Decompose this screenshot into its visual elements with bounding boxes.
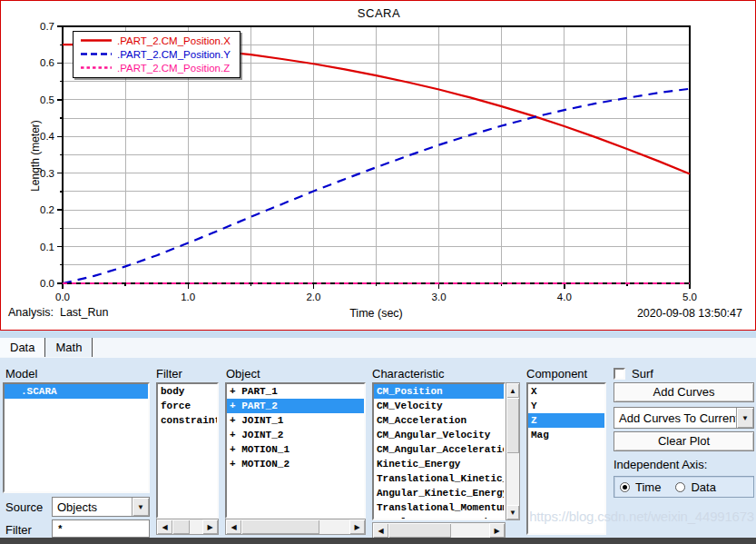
list-item[interactable]: Angular_Momentum_About_CM (374, 515, 504, 520)
filter-column-label: Filter (156, 367, 182, 381)
list-item[interactable]: .SCARA (5, 384, 148, 399)
scrollbar-thumb[interactable] (241, 519, 319, 534)
chevron-down-icon[interactable]: ▼ (132, 498, 149, 516)
list-item[interactable]: + JOINT_2 (227, 428, 364, 442)
surf-label: Surf (632, 367, 653, 381)
list-item[interactable]: constraint (158, 413, 217, 428)
legend-label: .PART_2.CM_Position.X (117, 35, 231, 46)
plot-timestamp: 2020-09-08 13:50:47 (637, 307, 742, 320)
scrollbar-thumb[interactable] (506, 398, 519, 453)
legend-line-icon (81, 64, 112, 71)
list-item[interactable]: CM_Position (374, 384, 504, 399)
scroll-up-icon[interactable]: ▲ (506, 383, 519, 398)
add-curves-to-current-dropdown[interactable]: Add Curves To Current ▼ (614, 407, 754, 429)
filter-list: bodyforceconstraint (156, 382, 219, 519)
list-item[interactable]: + JOINT_1 (227, 413, 364, 428)
list-item[interactable]: body (158, 384, 217, 399)
filter-input[interactable] (52, 519, 150, 538)
legend-label: .PART_2.CM_Position.Z (117, 63, 230, 74)
filter-list-hscrollbar[interactable]: ◀ ▶ (156, 519, 219, 535)
object-label: Object (226, 367, 260, 381)
radio-icon (675, 482, 685, 492)
scroll-left-icon[interactable]: ◀ (373, 523, 388, 538)
characteristic-list: CM_PositionCM_VelocityCM_AccelerationCM_… (372, 382, 506, 520)
svg-text:0.6: 0.6 (40, 57, 54, 68)
svg-text:4.0: 4.0 (557, 292, 572, 302)
watermark: https://blog.csdn.net/weixin_44991673 (529, 509, 754, 524)
independent-axis-label: Independent Axis: (614, 458, 707, 471)
scrollbar-track[interactable] (241, 519, 349, 534)
model-list: .SCARA (3, 382, 150, 493)
list-item[interactable]: CM_Velocity (374, 399, 504, 413)
chart-legend: .PART_2.CM_Position.X.PART_2.CM_Position… (73, 31, 241, 78)
svg-text:5.0: 5.0 (682, 292, 697, 302)
scrollbar-thumb[interactable] (388, 523, 451, 538)
tab-data[interactable]: Data (0, 338, 45, 357)
dropdown-value: Add Curves To Current (619, 408, 739, 428)
independent-axis-radio-group: TimeData (614, 476, 754, 498)
list-item[interactable]: Z (528, 413, 604, 428)
scroll-down-icon[interactable]: ▼ (506, 505, 519, 519)
legend-line-icon (81, 51, 112, 57)
scroll-right-icon[interactable]: ▶ (349, 519, 365, 534)
list-item[interactable]: + MOTION_1 (227, 442, 364, 457)
scroll-right-icon[interactable]: ▶ (202, 519, 218, 534)
list-item[interactable]: + MOTION_2 (227, 457, 364, 471)
surf-checkbox-row: Surf (614, 367, 653, 381)
scroll-left-icon[interactable]: ◀ (157, 519, 172, 534)
svg-text:0.0: 0.0 (40, 278, 54, 289)
source-dropdown[interactable]: Objects ▼ (52, 497, 150, 517)
list-item[interactable]: Angular_Kinetic_Energy (374, 486, 504, 500)
panel-divider-strip (0, 331, 756, 338)
list-item[interactable]: + PART_1 (227, 384, 364, 399)
scroll-right-icon[interactable]: ▶ (489, 523, 505, 538)
scrollbar-thumb[interactable] (172, 519, 190, 534)
plot-window: 0.01.02.03.04.05.00.00.10.20.30.40.50.60… (0, 0, 756, 331)
list-item[interactable]: CM_Angular_Acceleration (374, 442, 504, 457)
list-item[interactable]: X (528, 384, 604, 399)
source-label: Source (5, 500, 43, 514)
list-item[interactable]: Kinetic_Energy (374, 457, 504, 471)
legend-entry: .PART_2.CM_Position.Y (81, 47, 231, 61)
scrollbar-track[interactable] (172, 519, 202, 534)
list-item[interactable]: Translational_Momentum (374, 500, 504, 515)
object-list-hscrollbar[interactable]: ◀ ▶ (225, 519, 366, 535)
clear-plot-button[interactable]: Clear Plot (614, 431, 754, 451)
svg-text:3.0: 3.0 (432, 292, 447, 302)
radio-time[interactable]: Time (620, 480, 661, 494)
characteristic-label: Characteristic (372, 367, 444, 381)
chart-title: SCARA (1, 6, 756, 20)
scrollbar-track[interactable] (388, 523, 489, 538)
list-item[interactable]: + PART_2 (227, 399, 364, 413)
filter-field-label: Filter (5, 523, 32, 537)
list-item[interactable]: Translational_Kinetic_Energy (374, 471, 504, 486)
list-item[interactable]: force (158, 399, 217, 413)
object-list: + PART_1+ PART_2+ JOINT_1+ JOINT_2+ MOTI… (225, 382, 366, 519)
window-bottom-edge (0, 538, 756, 544)
characteristic-list-vscrollbar[interactable]: ▲ ▼ (506, 382, 520, 520)
legend-entry: .PART_2.CM_Position.X (81, 34, 231, 47)
tab-bar: DataMath (0, 338, 756, 358)
chevron-down-icon[interactable]: ▼ (736, 408, 753, 428)
data-panel: DataMath Model Filter Object Characteris… (0, 331, 756, 544)
tab-math[interactable]: Math (45, 338, 93, 357)
list-item[interactable]: CM_Angular_Velocity (374, 428, 504, 442)
svg-text:0.1: 0.1 (40, 242, 54, 252)
list-item[interactable]: CM_Acceleration (374, 413, 504, 428)
svg-text:1.0: 1.0 (181, 292, 195, 302)
radio-label: Data (691, 480, 715, 494)
list-item[interactable]: Mag (528, 428, 604, 442)
add-curves-button[interactable]: Add Curves (614, 382, 754, 402)
scrollbar-track[interactable] (506, 398, 519, 505)
svg-text:0.0: 0.0 (55, 292, 70, 302)
radio-label: Time (635, 480, 661, 494)
radio-data[interactable]: Data (675, 480, 715, 494)
svg-text:2.0: 2.0 (306, 292, 320, 302)
scroll-left-icon[interactable]: ◀ (226, 519, 241, 534)
component-label: Component (526, 367, 587, 381)
legend-line-icon (81, 37, 112, 44)
list-item[interactable]: Y (528, 399, 604, 413)
characteristic-list-hscrollbar[interactable]: ◀ ▶ (372, 522, 506, 539)
surf-checkbox[interactable] (614, 368, 625, 380)
x-axis-label: Time (sec) (63, 307, 690, 320)
